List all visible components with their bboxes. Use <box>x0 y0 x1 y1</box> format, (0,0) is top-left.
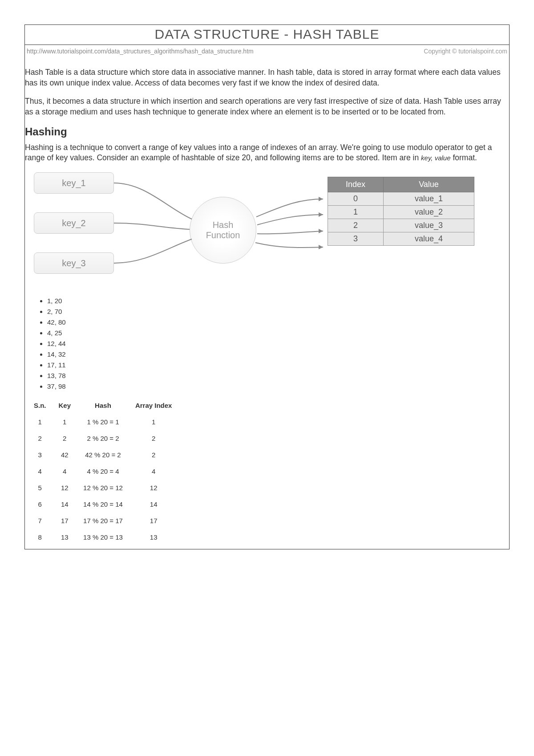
key-box-3: key_3 <box>34 252 114 274</box>
cell: 42 % 20 = 2 <box>77 447 129 463</box>
cell: 2 <box>129 430 178 447</box>
cell: 42 <box>53 447 77 463</box>
list-item: 14, 32 <box>47 350 508 358</box>
svg-marker-2 <box>319 229 323 233</box>
th-sn: S.n. <box>28 399 53 414</box>
cell: 14 <box>129 496 178 512</box>
cell: 13 <box>129 529 178 545</box>
cell: 17 <box>129 512 178 529</box>
cell: 1 % 20 = 1 <box>77 414 129 430</box>
table-row: 444 % 20 = 44 <box>28 463 178 480</box>
out-cell: value_1 <box>384 192 474 205</box>
hash-label-2: Function <box>206 230 240 240</box>
cell: 14 % 20 = 14 <box>77 496 129 512</box>
cell: 7 <box>28 512 53 529</box>
cell: 13 <box>53 529 77 545</box>
out-cell: value_2 <box>384 205 474 219</box>
cell: 1 <box>28 414 53 430</box>
list-item: 12, 44 <box>47 340 508 347</box>
list-item: 37, 98 <box>47 382 508 390</box>
list-item: 2, 70 <box>47 308 508 315</box>
table-row: 71717 % 20 = 1717 <box>28 512 178 529</box>
cell: 3 <box>28 447 53 463</box>
diagram-output-table: Index Value 0value_1 1value_2 2value_3 3… <box>328 177 474 246</box>
svg-marker-3 <box>319 245 323 249</box>
cell: 17 <box>53 512 77 529</box>
key-box-1: key_1 <box>34 172 114 194</box>
list-item: 1, 20 <box>47 297 508 305</box>
list-item: 13, 78 <box>47 372 508 379</box>
table-row: 34242 % 20 = 22 <box>28 447 178 463</box>
table-row: 81313 % 20 = 1313 <box>28 529 178 545</box>
cell: 2 <box>28 430 53 447</box>
out-cell: value_3 <box>384 219 474 232</box>
document-page: DATA STRUCTURE - HASH TABLE http://www.t… <box>24 24 510 549</box>
out-cell: 0 <box>328 192 384 205</box>
out-header-index: Index <box>328 177 384 192</box>
cell: 4 <box>28 463 53 480</box>
table-row: 61414 % 20 = 1414 <box>28 496 178 512</box>
list-item: 4, 25 <box>47 329 508 337</box>
hashing-paragraph: Hashing is a technique to convert a rang… <box>25 142 508 163</box>
table-row: 222 % 20 = 22 <box>28 430 178 447</box>
hash-diagram: key_1 key_2 key_3 Hash Function <box>29 172 501 288</box>
cell: 12 <box>53 480 77 496</box>
hashing-heading: Hashing <box>25 126 508 138</box>
table-row: 51212 % 20 = 1212 <box>28 480 178 496</box>
cell: 4 <box>53 463 77 480</box>
intro-paragraph-2: Thus, it becomes a data structure in whi… <box>25 96 508 117</box>
cell: 12 % 20 = 12 <box>77 480 129 496</box>
cell: 13 % 20 = 13 <box>77 529 129 545</box>
cell: 4 % 20 = 4 <box>77 463 129 480</box>
cell: 1 <box>53 414 77 430</box>
out-cell: 1 <box>328 205 384 219</box>
cell: 6 <box>28 496 53 512</box>
meta-row: http://www.tutorialspoint.com/data_struc… <box>25 45 509 63</box>
copyright-text: Copyright © tutorialspoint.com <box>424 48 507 55</box>
svg-marker-0 <box>319 197 323 201</box>
page-title: DATA STRUCTURE - HASH TABLE <box>25 25 509 45</box>
source-url: http://www.tutorialspoint.com/data_struc… <box>27 48 254 55</box>
item-list: 1, 20 2, 70 42, 80 4, 25 12, 44 14, 32 1… <box>47 297 508 390</box>
cell: 17 % 20 = 17 <box>77 512 129 529</box>
intro-paragraph-1: Hash Table is a data structure which sto… <box>25 67 508 88</box>
th-hash: Hash <box>77 399 129 414</box>
cell: 4 <box>129 463 178 480</box>
content: Hash Table is a data structure which sto… <box>25 67 509 549</box>
cell: 14 <box>53 496 77 512</box>
out-cell: 2 <box>328 219 384 232</box>
svg-marker-1 <box>319 212 323 217</box>
cell: 2 % 20 = 2 <box>77 430 129 447</box>
cell: 2 <box>53 430 77 447</box>
list-item: 17, 11 <box>47 361 508 369</box>
cell: 2 <box>129 447 178 463</box>
cell: 12 <box>129 480 178 496</box>
out-cell: 3 <box>328 232 384 245</box>
th-key: Key <box>53 399 77 414</box>
out-header-value: Value <box>384 177 474 192</box>
hashing-text-italic: key, value <box>421 154 450 162</box>
th-arrindex: Array Index <box>129 399 178 414</box>
hash-label-1: Hash <box>213 220 234 230</box>
cell: 5 <box>28 480 53 496</box>
hash-function-node: Hash Function <box>190 197 256 264</box>
cell: 1 <box>129 414 178 430</box>
list-item: 42, 80 <box>47 318 508 326</box>
cell: 8 <box>28 529 53 545</box>
hash-index-table: S.n. Key Hash Array Index 111 % 20 = 11 … <box>28 399 178 545</box>
table-row: 111 % 20 = 11 <box>28 414 178 430</box>
out-cell: value_4 <box>384 232 474 245</box>
key-box-2: key_2 <box>34 212 114 234</box>
hashing-text-b: format. <box>451 153 477 162</box>
